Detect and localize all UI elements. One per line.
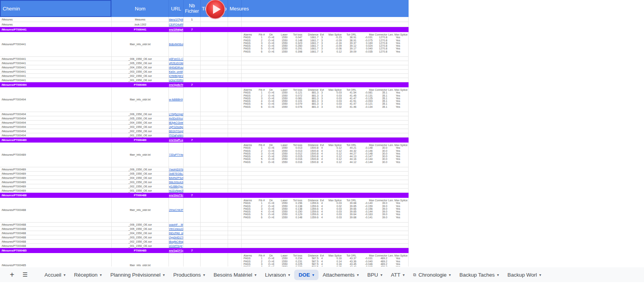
url-link[interactable]: 72DyPTYrku: [169, 153, 184, 156]
cell-mesures[interactable]: [228, 138, 242, 142]
cell-nb-fichier[interactable]: [184, 231, 201, 235]
cell-mesures[interactable]: [228, 57, 242, 61]
cell-mesures[interactable]: [228, 253, 242, 267]
cell-chemin[interactable]: /Mesures: [0, 22, 112, 27]
cell-chemin[interactable]: /Mesures/PT000488: [0, 223, 112, 226]
cell-measure-data[interactable]: [242, 112, 409, 116]
sheet-tab-planning-pr-visionnel[interactable]: Planning Prévisionnel▾: [106, 267, 169, 282]
cell-timestamp[interactable]: [201, 65, 228, 69]
cell-measure-data[interactable]: [242, 129, 409, 133]
cell-measure-data[interactable]: [242, 244, 409, 248]
url-link[interactable]: ers/1tuPLun: [169, 139, 184, 141]
cell-measure-data[interactable]: [242, 61, 409, 65]
cell-nb-fichier[interactable]: [184, 129, 201, 133]
cell-nom[interactable]: _001_1550_OE.sor: [112, 244, 169, 248]
cell-chemin[interactable]: /Mesures/PT000489: [0, 176, 112, 180]
cell-measure-data[interactable]: [242, 70, 409, 73]
cell-chemin[interactable]: /Mesures/PT000441: [0, 27, 112, 32]
cell-nom[interactable]: _002_1550_OE.sor: [112, 74, 169, 78]
cell-nb-fichier[interactable]: [184, 180, 201, 184]
cell-nom[interactable]: _001_1550_OE.sor: [112, 78, 169, 82]
cell-measure-data[interactable]: [242, 176, 409, 180]
cell-mesures[interactable]: [228, 133, 242, 137]
url-link[interactable]: 6EGhTGzgS: [169, 130, 184, 133]
cell-url[interactable]: ers/1ju6z7nf: [169, 82, 184, 87]
cell-timestamp[interactable]: [201, 189, 228, 192]
cell-mesures[interactable]: [228, 65, 242, 69]
cell-url[interactable]: w-fsBBBH9: [169, 87, 184, 112]
cell-mesures[interactable]: [228, 61, 242, 65]
sheet-tab-productions[interactable]: Productions▾: [169, 267, 209, 282]
cell-nb-fichier[interactable]: [184, 125, 201, 129]
header-nb-fichier[interactable]: Nb Fichier: [184, 0, 201, 17]
cell-nom[interactable]: fiber_info_otdr.txt: [112, 87, 169, 112]
cell-url[interactable]: Ke0n_crnM: [169, 70, 184, 73]
url-link[interactable]: yGJ6BrQgc: [169, 185, 183, 188]
cell-nom[interactable]: _002_1550_OE.sor: [112, 184, 169, 188]
cell-nb-fichier[interactable]: [184, 189, 201, 192]
cell-nb-fichier[interactable]: 7: [184, 248, 201, 253]
cell-url[interactable]: iB3ykCGixtr: [169, 121, 184, 124]
cell-nom[interactable]: _004_1550_OE.sor: [112, 65, 169, 69]
cell-mesures[interactable]: [228, 32, 242, 56]
cell-measure-data[interactable]: [242, 223, 409, 226]
cell-chemin[interactable]: /Mesures/PT000441: [0, 32, 112, 56]
cell-mesures[interactable]: [228, 193, 242, 197]
url-link[interactable]: iNDcPA6_sl: [169, 232, 183, 235]
cell-url[interactable]: BA4NZPSz6: [169, 176, 184, 180]
url-link[interactable]: CEIPO4oRN: [169, 23, 184, 26]
cell-nom[interactable]: fiber_info_otdr.txt: [112, 143, 169, 167]
cell-mesures[interactable]: [228, 189, 242, 192]
cell-measure-data[interactable]: [242, 82, 409, 87]
cell-measure-data[interactable]: [242, 121, 409, 124]
cell-chemin[interactable]: /Mesures/PT000489: [0, 189, 112, 192]
cell-chemin[interactable]: /Mesures/PT000489: [0, 138, 112, 142]
cell-nom[interactable]: _001_1550_OE.sor: [112, 133, 169, 137]
cell-mesures[interactable]: [228, 244, 242, 248]
cell-measure-data[interactable]: [242, 248, 409, 253]
cell-nb-fichier[interactable]: [184, 78, 201, 82]
cell-timestamp[interactable]: [201, 198, 228, 222]
cell-nom[interactable]: PT000489: [112, 138, 169, 142]
cell-timestamp[interactable]: [201, 27, 228, 32]
cell-measure-data[interactable]: AlarmsFib #Dir.LaserTot lossDistanceEvtM…: [242, 253, 409, 267]
url-link[interactable]: rdJZuNqw2l: [169, 189, 183, 192]
cell-timestamp[interactable]: [201, 57, 228, 61]
cell-nom[interactable]: _006_1550_OE.sor: [112, 57, 169, 61]
cell-nom[interactable]: .lock.1302: [112, 22, 169, 27]
cell-url[interactable]: i8oqfbC4hqc: [169, 240, 184, 243]
cell-timestamp[interactable]: [201, 129, 228, 133]
cell-measure-data[interactable]: [242, 57, 409, 61]
sheet-tab-att[interactable]: ATT▾: [387, 267, 409, 282]
cell-measure-data[interactable]: AlarmsFib #Dir.LaserTot lossDistanceEvtM…: [242, 32, 409, 56]
sheet-tab-chronologie[interactable]: ⧉Chronologie▾: [409, 267, 455, 282]
cell-timestamp[interactable]: [201, 227, 228, 231]
cell-url[interactable]: YwoHiZdYbl: [169, 167, 184, 171]
cell-measure-data[interactable]: [242, 74, 409, 78]
cell-chemin[interactable]: /Mesures/PT000494: [0, 82, 112, 87]
cell-measure-data[interactable]: [242, 189, 409, 192]
cell-mesures[interactable]: [228, 180, 242, 184]
cell-nom[interactable]: _005_1550_OE.sor: [112, 172, 169, 175]
cell-url[interactable]: iNDcPA6_sl: [169, 231, 184, 235]
cell-nb-fichier[interactable]: [184, 172, 201, 175]
cell-chemin[interactable]: /Mesures/PT000441: [0, 65, 112, 69]
cell-url[interactable]: LYMj5cHgsN: [169, 112, 184, 116]
cell-url[interactable]: [169, 253, 184, 267]
sheet-tab-livraison[interactable]: Livraison▾: [261, 267, 294, 282]
cell-url[interactable]: CEIPO4oRN: [169, 22, 184, 27]
cell-mesures[interactable]: [228, 70, 242, 73]
cell-measure-data[interactable]: AlarmsFib #Dir.LaserTot lossDistanceEvtM…: [242, 143, 409, 167]
sheet-tab-doe[interactable]: DOE▾: [294, 270, 318, 280]
cell-timestamp[interactable]: [201, 22, 228, 27]
cell-nom[interactable]: _004_1550_OE.sor: [112, 231, 169, 235]
cell-url[interactable]: VtnCzwuuG: [169, 227, 184, 231]
cell-nb-fichier[interactable]: 7: [184, 82, 201, 87]
cell-nom[interactable]: _002_1550_OE.sor: [112, 240, 169, 243]
cell-timestamp[interactable]: [201, 184, 228, 188]
header-url[interactable]: URL: [169, 0, 184, 17]
url-link[interactable]: lders/1f7fyW: [169, 18, 184, 21]
cell-measure-data[interactable]: [242, 167, 409, 171]
url-link[interactable]: 3oi87EG8zJ: [169, 172, 184, 175]
cell-nb-fichier[interactable]: [184, 61, 201, 65]
